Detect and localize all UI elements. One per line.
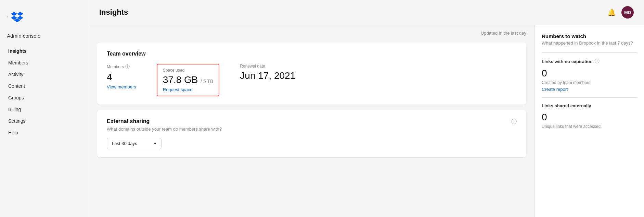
space-used-value: 37.8 GB / 5 TB [163,74,214,86]
sidebar-item-groups[interactable]: Groups [4,92,85,103]
renewal-label: Renewal date [240,64,295,69]
chevron-down-icon: ▾ [154,141,156,146]
sidebar: ‹ Admin console Insights Members Activit… [0,0,89,217]
external-sharing-title: External sharing [107,118,222,124]
header-right: 🔔 MD [607,6,634,19]
sidebar-item-help[interactable]: Help [4,127,85,138]
sidebar-item-billing[interactable]: Billing [4,104,85,115]
external-sharing-title-group: External sharing What domains outside yo… [107,118,222,138]
create-report-link[interactable]: Create report [542,87,568,92]
renewal-value: Jun 17, 2021 [240,70,295,82]
view-members-link[interactable]: View members [107,84,136,89]
external-sharing-subtitle: What domains outside your team do member… [107,126,222,132]
external-sharing-info-icon[interactable]: ⓘ [511,118,517,125]
external-sharing-card: External sharing What domains outside yo… [97,110,526,157]
members-label: Members ⓘ [107,64,136,70]
notifications-icon[interactable]: 🔔 [607,8,616,16]
sidebar-item-members[interactable]: Members [4,57,85,68]
dropbox-logo [11,10,23,23]
members-info-icon[interactable]: ⓘ [125,64,130,70]
team-overview-card: Team overview Members ⓘ 4 View members S… [97,43,526,105]
panel-subtitle: What happened in Dropbox in the last 7 d… [542,40,637,46]
main-content: Insights 🔔 MD Updated in the last day Te… [89,0,644,217]
members-stat: Members ⓘ 4 View members [107,64,136,89]
space-used-unit: / 5 TB [201,79,213,84]
members-value: 4 [107,71,136,83]
right-panel: Numbers to watch What happened in Dropbo… [534,25,644,217]
main-body: Updated in the last day Team overview Me… [89,25,644,217]
space-used-stat: Space used 37.8 GB / 5 TB Request space [157,64,220,96]
page-title: Insights [99,8,128,17]
sidebar-item-settings[interactable]: Settings [4,116,85,126]
sidebar-logo-area: ‹ [0,7,89,29]
dropdown-value: Last 30 days [112,141,137,146]
sidebar-item-content[interactable]: Content [4,81,85,92]
links-no-expiration-desc: Created by team members. [542,80,637,85]
content-area: Updated in the last day Team overview Me… [89,25,534,217]
panel-divider-2 [542,97,637,98]
panel-title: Numbers to watch [542,33,637,39]
admin-console-label: Admin console [0,29,89,46]
external-sharing-header: External sharing What domains outside yo… [107,118,517,138]
team-overview-title: Team overview [107,51,517,57]
links-no-exp-info-icon[interactable]: ⓘ [595,58,600,64]
time-range-dropdown[interactable]: Last 30 days ▾ [107,138,162,149]
links-shared-externally-label: Links shared externally [542,103,637,108]
links-no-expiration-label: Links with no expiration ⓘ [542,58,637,64]
request-space-link[interactable]: Request space [163,87,214,92]
main-header: Insights 🔔 MD [89,0,644,25]
links-shared-externally-desc: Unique links that were accessed. [542,124,637,129]
sidebar-nav: Insights Members Activity Content Groups… [0,46,89,139]
sidebar-collapse-icon[interactable]: ‹ [7,14,8,19]
sidebar-item-insights[interactable]: Insights [4,46,85,57]
links-shared-externally-value: 0 [542,112,637,123]
links-no-expiration-value: 0 [542,68,637,79]
sidebar-item-activity[interactable]: Activity [4,69,85,80]
panel-divider [542,52,637,53]
space-used-label: Space used [163,68,214,73]
team-overview-grid: Members ⓘ 4 View members Space used 37.8… [107,64,517,96]
update-status: Updated in the last day [97,31,526,36]
renewal-stat: Renewal date Jun 17, 2021 [240,64,295,82]
avatar[interactable]: MD [621,6,634,19]
